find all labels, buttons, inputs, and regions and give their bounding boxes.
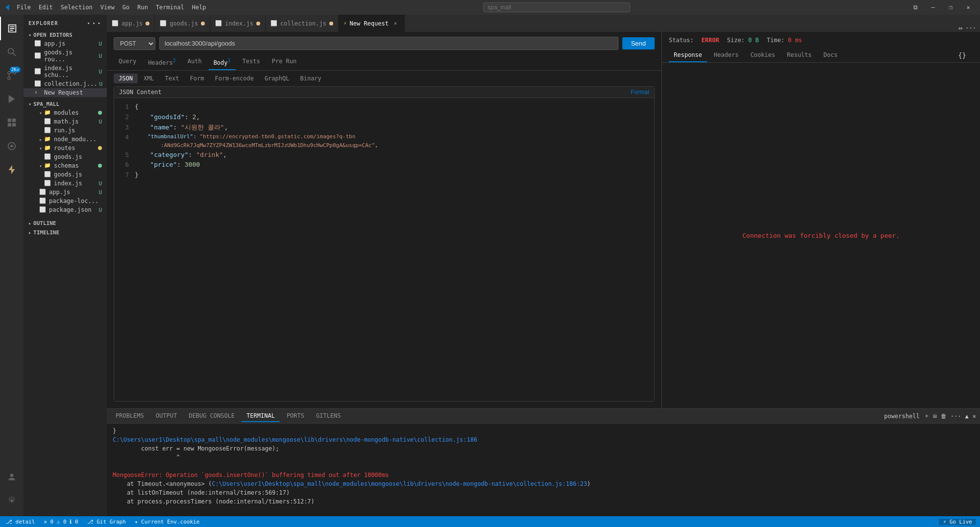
req-tab-headers[interactable]: Headers2	[143, 55, 181, 70]
body-subtab-formencode[interactable]: Form-encode	[210, 74, 258, 83]
open-editors-section[interactable]: ▾ OPEN EDITORS	[24, 30, 107, 39]
folder-modules[interactable]: ▾ 📁 modules	[24, 108, 107, 117]
file-schemas-goodsjs[interactable]: ⬜ goods.js	[24, 170, 107, 179]
file-appjs[interactable]: ⬜ app.js U	[24, 188, 107, 197]
body-subtab-json[interactable]: JSON	[114, 74, 138, 83]
folder-schemas[interactable]: ▾ 📁 schemas	[24, 161, 107, 170]
terminal-close-btn[interactable]: ✕	[973, 413, 976, 420]
file-package-lock[interactable]: ⬜ package-loc...	[24, 197, 107, 205]
activity-accounts[interactable]	[0, 465, 24, 489]
menu-run[interactable]: Run	[137, 4, 148, 11]
modules-dot	[98, 111, 102, 115]
activity-run-debug[interactable]	[0, 87, 24, 111]
terminal-maximize-btn[interactable]: ▲	[965, 413, 969, 420]
menu-terminal[interactable]: Terminal	[156, 4, 184, 11]
folder-node-modules[interactable]: ▸ 📁 node_modu...	[24, 135, 107, 144]
activity-remote[interactable]	[0, 134, 24, 158]
activity-search[interactable]	[0, 40, 24, 64]
close-btn[interactable]: ✕	[960, 0, 976, 14]
body-subtab-text[interactable]: Text	[160, 74, 184, 83]
terminal-trash-btn[interactable]: 🗑	[941, 413, 947, 420]
tab-layout-btn[interactable]: ⇔	[958, 24, 962, 32]
outline-section[interactable]: ▸ OUTLINE	[24, 218, 107, 227]
response-error-message: Connection was forcibly closed by a peer…	[742, 232, 900, 239]
menu-selection[interactable]: Selection	[61, 4, 93, 11]
file-runjs[interactable]: ⬜ run.js	[24, 126, 107, 135]
req-tab-query[interactable]: Query	[114, 55, 141, 70]
url-input[interactable]	[159, 37, 618, 50]
spa-mall-section[interactable]: ▾ SPA_MALL	[24, 99, 107, 108]
req-tab-body[interactable]: Body1	[209, 55, 236, 70]
status-env[interactable]: ✦ Current Env.cookie	[133, 519, 201, 525]
restore-btn[interactable]: ❐	[943, 0, 958, 14]
layout-btn[interactable]: ⧉	[907, 0, 923, 14]
status-branch[interactable]: ⎇ detail	[4, 519, 37, 525]
terminal-more-btn[interactable]: ···	[951, 413, 961, 420]
open-editor-newrequest[interactable]: ⚡ New Request	[24, 88, 107, 97]
sidebar-more-icon[interactable]: ···	[86, 19, 102, 28]
resp-tab-response[interactable]: Response	[669, 49, 707, 62]
format-button[interactable]: Format	[631, 89, 649, 96]
terminal-split-btn[interactable]: ⊟	[933, 413, 937, 420]
title-search-input[interactable]	[483, 2, 630, 12]
body-subtab-graphql[interactable]: GraphQL	[260, 74, 294, 83]
bottom-tab-gitlens[interactable]: GITLENS	[311, 410, 346, 422]
resp-tab-results[interactable]: Results	[782, 49, 817, 62]
resp-tab-headers[interactable]: Headers	[709, 49, 744, 62]
bottom-tab-ports[interactable]: PORTS	[282, 410, 309, 422]
menu-help[interactable]: Help	[192, 4, 206, 11]
terminal-content[interactable]: } C:\Users\user1\Desktop\spa_mall\node_m…	[107, 424, 980, 516]
bottom-tab-debug[interactable]: DEBUG CONSOLE	[184, 410, 240, 422]
status-go-live[interactable]: ⚡ Go Live	[939, 519, 976, 525]
tab-newrequest-close[interactable]: ✕	[392, 20, 399, 27]
open-editor-appjs[interactable]: ⬜ app.js U	[24, 39, 107, 48]
tab-newrequest[interactable]: ⚡ New Request ✕	[339, 15, 405, 32]
activity-explorer[interactable]	[0, 17, 24, 40]
file-routes-goodsjs[interactable]: ⬜ goods.js	[24, 152, 107, 161]
menu-go[interactable]: Go	[122, 4, 129, 11]
req-tab-tests[interactable]: Tests	[238, 55, 265, 70]
open-editor-goodsjs[interactable]: ⬜ goods.js rou... U	[24, 48, 107, 64]
response-format-icon[interactable]: {}	[958, 51, 966, 59]
resp-tab-docs[interactable]: Docs	[819, 49, 843, 62]
tab-indexjs[interactable]: ⬜ index.js	[210, 15, 266, 32]
activity-thunder-client[interactable]	[0, 158, 24, 181]
tab-goodsjs-modified	[201, 22, 205, 25]
body-subtab-xml[interactable]: XML	[139, 74, 159, 83]
menu-view[interactable]: View	[100, 4, 115, 11]
status-bar-left: ⎇ detail ✕ 0 ⚠ 0 ℹ 0 ⎇ Git Graph ✦ Curre…	[4, 519, 201, 525]
open-editor-indexjs[interactable]: ⬜ index.js schu... U	[24, 64, 107, 79]
method-select[interactable]: POST GET PUT DELETE	[114, 37, 155, 50]
activity-extensions[interactable]	[0, 111, 24, 134]
req-tab-prerun[interactable]: Pre Run	[267, 55, 302, 70]
send-button[interactable]: Send	[622, 37, 655, 50]
timeline-section[interactable]: ▸ TIMELINE	[24, 227, 107, 237]
body-subtab-binary[interactable]: Binary	[295, 74, 326, 83]
file-mathjs[interactable]: ⬜ math.js U	[24, 117, 107, 126]
menu-bar[interactable]: File Edit Selection View Go Run Terminal…	[17, 4, 206, 11]
req-tab-auth[interactable]: Auth	[183, 55, 207, 70]
status-git-graph[interactable]: ⎇ Git Graph	[85, 519, 128, 525]
file-package-json[interactable]: ⬜ package.json U	[24, 205, 107, 214]
bottom-tab-output[interactable]: OUTPUT	[151, 410, 182, 422]
tab-goodsjs[interactable]: ⬜ goods.js	[155, 15, 210, 32]
bottom-tab-problems[interactable]: PROBLEMS	[111, 410, 149, 422]
file-schemas-indexjs[interactable]: ⬜ index.js U	[24, 179, 107, 188]
folder-routes[interactable]: ▾ 📁 routes	[24, 144, 107, 152]
terminal-add-btn[interactable]: ＋	[924, 412, 930, 420]
tab-more-btn[interactable]: ···	[965, 25, 976, 31]
line-num-2: 2	[119, 112, 129, 123]
activity-settings[interactable]	[0, 489, 24, 512]
menu-edit[interactable]: Edit	[39, 4, 53, 11]
tab-collectionjs[interactable]: ⬜ collection.js	[266, 15, 339, 32]
resp-tab-cookies[interactable]: Cookies	[745, 49, 780, 62]
activity-source-control[interactable]: 2K+	[0, 64, 24, 87]
status-errors[interactable]: ✕ 0 ⚠ 0 ℹ 0	[42, 519, 80, 525]
bottom-tab-terminal[interactable]: TERMINAL	[242, 410, 280, 422]
body-subtab-form[interactable]: Form	[185, 74, 209, 83]
tab-appjs[interactable]: ⬜ app.js	[107, 15, 155, 32]
open-editor-collectionjs[interactable]: ⬜ collection.j... U	[24, 79, 107, 88]
menu-file[interactable]: File	[17, 4, 31, 11]
minimize-btn[interactable]: —	[925, 0, 941, 14]
json-editor[interactable]: 1 { 2 "goodsId": 2, 3	[114, 98, 654, 401]
